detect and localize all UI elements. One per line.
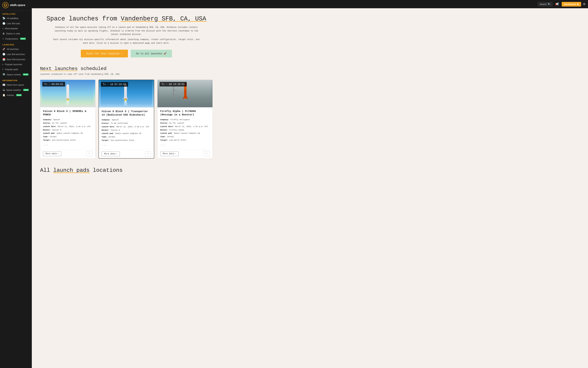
sidebar: obdh.space Satellites 📡 All satellites 🕐… — [0, 0, 32, 368]
launches-button-label: Go to all launches — [136, 52, 162, 55]
card-body-2: Firefly Alpha | FLTA006 (Message in a Bo… — [157, 107, 213, 149]
notification-button[interactable]: 📢 — [554, 1, 560, 7]
sidebar-label-popular-pads: Popular pads — [5, 68, 18, 71]
dashboard-icon: ⊞ — [577, 3, 579, 6]
svg-rect-25 — [173, 90, 177, 91]
sidebar-label-all-launches: All launches — [7, 48, 19, 50]
countdown-2: T₀ - 4d 14:19:51 — [160, 82, 187, 86]
main-content: Space launches from Vandenberg SFB, CA, … — [32, 8, 221, 368]
conjunctions-soon-badge: Soon — [20, 38, 26, 40]
favorite-button-1[interactable]: ♡ — [145, 151, 151, 156]
card-title-0: Falcon 9 Block 5 | SPHEREx & PUNCH — [43, 110, 92, 116]
next-launches-heading: Next launches scheduled — [40, 66, 213, 71]
svg-rect-5 — [66, 86, 69, 98]
arrow-icon-0: › — [57, 153, 59, 155]
space-weather-soon-badge: Soon — [23, 89, 29, 91]
search-box[interactable]: Search 🔍 — [538, 2, 552, 6]
satellites-section-label: Satellites — [0, 10, 32, 16]
sidebar-item-last-30d-sats[interactable]: 🕐 Last 30d sats — [0, 21, 32, 26]
sidebar-label-popular-launches: Popular launches — [5, 63, 22, 66]
svg-point-12 — [66, 101, 70, 105]
logo-area[interactable]: obdh.space — [0, 0, 32, 10]
go-to-launches-button[interactable]: Go to all launches 🚀 — [131, 50, 172, 57]
page-title-area: Space launches from Vandenberg SFB, CA, … — [40, 15, 213, 45]
card-info-1: Company: SpaceX Status: To Be Confirmed … — [102, 118, 151, 142]
more-data-button-2[interactable]: More data › — [160, 151, 179, 156]
card-body-1: Falcon 9 Block 5 | Transporter 13 (Dedic… — [99, 108, 154, 149]
sidebar-item-popular-pads[interactable]: ▾ Popular pads — [0, 67, 32, 72]
sidebar-label-last-30d-sats: Last 30d sats — [7, 22, 20, 25]
next-launches-subtitle: Launches scheduled to take off soon from… — [40, 73, 213, 75]
bottom-section-title: All launch pads locations — [40, 167, 213, 174]
favorite-button-2[interactable]: ♡ — [204, 151, 210, 156]
sidebar-item-articles[interactable]: 📋 Articles Soon — [0, 92, 32, 98]
card-dots-2: ... — [160, 143, 210, 146]
sidebar-item-debris-in-orbit[interactable]: 🗑 Debris in orbit — [0, 31, 32, 36]
clock-icon-launches: 🕐 — [2, 53, 5, 55]
logo-text: obdh.space — [10, 4, 25, 7]
calendar-icon: 📅 — [2, 58, 5, 61]
sidebar-label-articles: Articles — [7, 94, 14, 96]
trash-icon: 🗑 — [2, 32, 5, 35]
chevron-icon-popular: ▾ — [2, 64, 3, 65]
logo-icon — [2, 2, 9, 8]
favorite-button-0[interactable]: ♡ — [86, 151, 92, 156]
card-image-2: T₀ - 4d 14:19:51 — [157, 80, 213, 107]
action-buttons: Stats for this location ↗ Go to all laun… — [40, 50, 213, 57]
launch-card-2[interactable]: T₀ - 4d 14:19:51 Firefly Alpha | FLTA006… — [157, 80, 213, 158]
countdown-1: T₀ - 1d 07:33:51 — [101, 82, 128, 87]
sidebar-item-space-rockets[interactable]: 🛸 Space rockets Soon — [0, 72, 32, 77]
card-dots-1: ... — [102, 143, 151, 146]
sidebar-item-conjunctions[interactable]: + Conjunctions Soon — [0, 36, 32, 41]
saucer-icon: 🛸 — [2, 73, 5, 76]
card-image-1: T₀ - 1d 07:33:51 — [99, 80, 154, 108]
dashboard-label: Dashboard — [564, 3, 576, 6]
sidebar-item-next-30d-launches[interactable]: 📅 Next 30d launches — [0, 57, 32, 62]
sidebar-label-most-popular: Most popular — [5, 27, 18, 30]
arrow-icon-2: › — [175, 153, 176, 155]
bottom-title-suffix: locations — [93, 167, 123, 174]
sidebar-item-most-popular[interactable]: ▾ Most popular — [0, 26, 32, 31]
sidebar-label-last-30d-launches: Last 30d launches — [7, 53, 25, 55]
bottom-title-keyword: launch pads — [53, 167, 90, 174]
sidebar-label-news-from-space: News from space — [7, 83, 24, 86]
card-title-2: Firefly Alpha | FLTA006 (Message in a Bo… — [160, 110, 210, 116]
more-data-button-1[interactable]: More data › — [102, 151, 120, 156]
card-title-1: Falcon 9 Block 5 | Transporter 13 (Dedic… — [102, 110, 151, 117]
next-launches-suffix: scheduled — [81, 66, 106, 71]
sidebar-item-space-weather[interactable]: 🌤 Space weather Soon — [0, 87, 32, 92]
sidebar-item-news-from-space[interactable]: 📰 News from space — [0, 82, 32, 87]
launch-card-0[interactable]: T₀ - 04:04:51 Falcon 9 Block 5 | SPHEREx… — [40, 80, 95, 158]
page-title-prefix: Space launches from — [47, 15, 117, 22]
card-info-2: Company: Firefly Aerospace Status: Go fo… — [160, 118, 210, 142]
satellite-icon: 📡 — [2, 17, 5, 20]
clock-icon: 🕐 — [2, 22, 5, 25]
rocket-icon-all: 🚀 — [2, 48, 5, 50]
sidebar-item-popular-launches[interactable]: ▾ Popular launches — [0, 62, 32, 67]
articles-soon-badge: Soon — [16, 94, 22, 96]
arrow-icon-1: › — [116, 153, 117, 155]
search-label: Search — [540, 3, 547, 6]
chevron-icon-pads: ▾ — [2, 68, 3, 70]
stats-button[interactable]: Stats for this location ↗ — [81, 50, 128, 57]
more-data-button-0[interactable]: More data › — [43, 151, 61, 156]
newspaper-icon: 📰 — [2, 83, 5, 86]
launch-card-1[interactable]: T₀ - 1d 07:33:51 Falcon 9 Block 5 | Tran… — [99, 80, 154, 158]
card-dots-0: ... — [43, 143, 92, 146]
page-title-location: Vandenberg SFB, CA, USA — [121, 15, 206, 22]
sidebar-item-last-30d-launches[interactable]: 🕐 Last 30d launches — [0, 52, 32, 57]
topbar: Search 🔍 📢 Dashboard ⊞ ⚙ — [32, 0, 588, 8]
chevron-icon: ▾ — [2, 28, 3, 29]
sidebar-item-all-satellites[interactable]: 📡 All satellites — [0, 16, 32, 21]
settings-button[interactable]: ⚙ — [583, 2, 586, 6]
sidebar-label-debris-in-orbit: Debris in orbit — [6, 32, 20, 35]
articles-icon: 📋 — [2, 94, 5, 96]
sidebar-item-all-launches[interactable]: 🚀 All launches — [0, 46, 32, 52]
dashboard-button[interactable]: Dashboard ⊞ — [562, 2, 581, 7]
svg-point-21 — [124, 101, 127, 106]
sidebar-label-next-30d-launches: Next 30d launches — [7, 58, 25, 61]
stats-button-label: Stats for this location — [86, 52, 119, 55]
bottom-title-prefix: All — [40, 167, 50, 174]
weather-icon: 🌤 — [2, 89, 5, 91]
card-info-0: Company: SpaceX Status: Go for Launch La… — [43, 118, 92, 142]
